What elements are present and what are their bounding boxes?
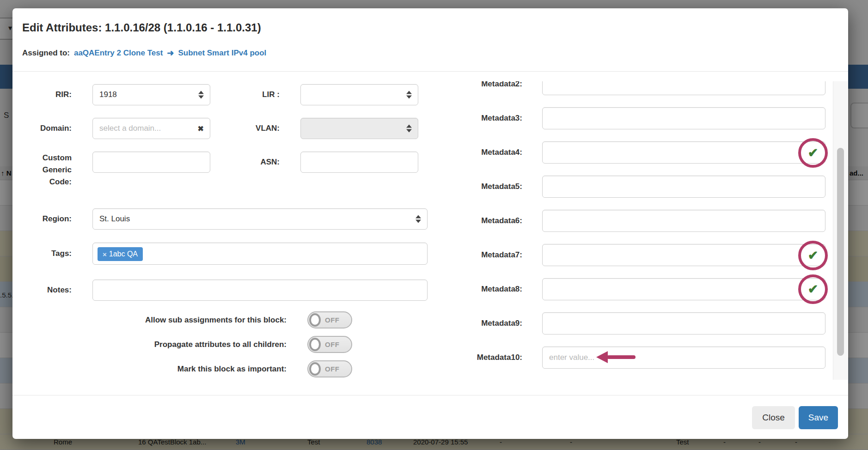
metadata7-label: Metadata7: [454, 244, 522, 266]
assigned-to-line: Assigned to: aaQAEntry 2 Clone Test ➜ Su… [22, 48, 266, 58]
region-select[interactable]: St. Louis [92, 208, 428, 230]
modal-body: RIR: 1918 LIR : Domain: ✖ VLAN: [12, 72, 848, 395]
metadata4-label: Metadata4: [454, 141, 522, 164]
region-label: Region: [18, 208, 72, 230]
domain-input[interactable] [92, 118, 210, 139]
screen: ▾ S ↑ N ad... .5.5. Rome 16 QATestBlock … [0, 0, 868, 450]
domain-label: Domain: [18, 118, 72, 139]
metadata-row: Metadata2: [454, 81, 828, 95]
metadata-row: Metadata5: [454, 176, 828, 198]
mark-important-label: Mark this block as important: [18, 360, 287, 377]
notes-label: Notes: [18, 280, 72, 301]
allow-sub-assignments-toggle[interactable]: OFF [307, 311, 352, 328]
close-button[interactable]: Close [752, 406, 795, 429]
metadata2-input[interactable] [542, 81, 825, 95]
rir-selected-value: 1918 [99, 90, 117, 99]
metadata-row: Metadata4: [454, 141, 828, 164]
metadata6-label: Metadata6: [454, 210, 522, 232]
metadata-row: Metadata3: [454, 107, 828, 129]
custom-generic-code-label: Custom Generic Code: [18, 148, 72, 188]
toggle-knob [309, 313, 321, 327]
lir-label: LIR : [196, 84, 280, 105]
toggle-knob [309, 362, 321, 376]
metadata-row: Metadata10: [454, 347, 828, 369]
propagate-attributes-toggle[interactable]: OFF [307, 336, 352, 353]
rir-select[interactable]: 1918 [92, 84, 210, 105]
scrollbar-thumb[interactable] [837, 148, 844, 356]
rir-label: RIR: [18, 84, 72, 105]
toggle-state-label: OFF [325, 365, 340, 373]
metadata-row: Metadata7: [454, 244, 828, 266]
toggle-state-label: OFF [325, 316, 340, 324]
metadata-scroll-region: Metadata2: Metadata3: Metadata4: Metadat… [454, 81, 828, 380]
metadata6-input[interactable] [542, 210, 825, 232]
metadata9-label: Metadata9: [454, 312, 522, 334]
metadata7-input[interactable] [542, 244, 825, 266]
edit-attributes-modal: Edit Attributes: 1.1.0.16/28 (1.1.0.16 -… [12, 8, 848, 439]
metadata2-label: Metadata2: [454, 81, 522, 95]
tags-label: Tags: [18, 243, 72, 264]
modal-title: Edit Attributes: 1.1.0.16/28 (1.1.0.16 -… [22, 21, 261, 34]
asn-input[interactable] [300, 152, 418, 173]
metadata10-label: Metadata10: [454, 347, 522, 369]
select-caret-icon [416, 215, 421, 223]
metadata3-label: Metadata3: [454, 107, 522, 129]
lir-select[interactable] [300, 84, 418, 105]
vlan-select[interactable] [300, 118, 418, 139]
metadata8-label: Metadata8: [454, 278, 522, 300]
mark-important-toggle[interactable]: OFF [307, 360, 352, 377]
metadata4-input[interactable] [542, 141, 825, 164]
arrow-right-icon: ➜ [167, 48, 174, 58]
scrollbar-track[interactable] [833, 81, 848, 380]
metadata-row: Metadata8: [454, 278, 828, 300]
toggle-state-label: OFF [325, 341, 340, 348]
modal-header: Edit Attributes: 1.1.0.16/28 (1.1.0.16 -… [12, 8, 848, 72]
save-button[interactable]: Save [799, 406, 838, 429]
metadata5-input[interactable] [542, 176, 825, 198]
modal-footer: Close Save [12, 395, 848, 439]
propagate-attributes-label: Propagate attributes to all children: [18, 336, 287, 353]
metadata3-input[interactable] [542, 107, 825, 129]
metadata8-input[interactable] [542, 278, 825, 300]
region-selected-value: St. Louis [99, 214, 130, 224]
toggle-knob [309, 338, 321, 351]
assigned-to-label: Assigned to: [22, 49, 70, 58]
metadata10-input[interactable] [542, 347, 825, 369]
tags-input[interactable]: × 1abc QA [92, 243, 428, 265]
custom-generic-code-input[interactable] [92, 152, 210, 173]
metadata-row: Metadata9: [454, 312, 828, 334]
notes-input[interactable] [92, 280, 428, 301]
assigned-pool-link[interactable]: Subnet Smart IPv4 pool [178, 49, 266, 58]
tag-text: 1abc QA [109, 250, 138, 258]
vlan-label: VLAN: [196, 118, 280, 139]
domain-field-wrap: ✖ [92, 118, 210, 139]
metadata9-input[interactable] [542, 312, 825, 334]
metadata5-label: Metadata5: [454, 176, 522, 198]
select-caret-icon [406, 125, 412, 133]
metadata-row: Metadata6: [454, 210, 828, 232]
allow-sub-assignments-label: Allow sub assignments for this block: [18, 311, 287, 328]
select-caret-icon [406, 91, 412, 99]
tag-pill: × 1abc QA [98, 247, 143, 261]
assigned-entry-link[interactable]: aaQAEntry 2 Clone Test [74, 49, 163, 58]
asn-label: ASN: [196, 152, 280, 173]
tag-remove-icon[interactable]: × [103, 250, 107, 258]
